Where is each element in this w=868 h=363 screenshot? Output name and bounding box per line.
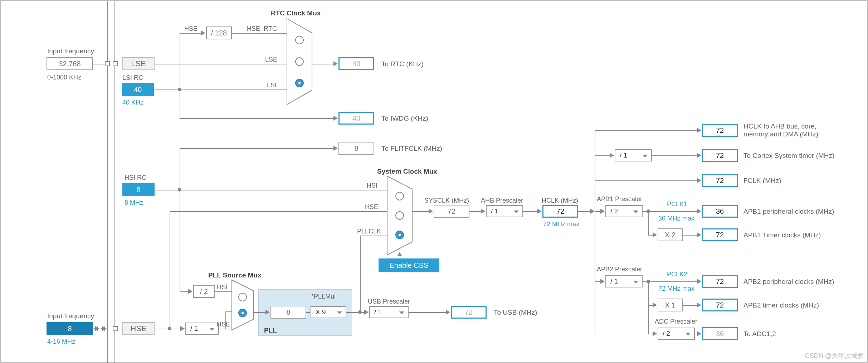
arrow-icon — [590, 209, 595, 214]
input-frequency-label: Input frequency — [47, 47, 94, 55]
pll-mux-title: PLL Source Mux — [208, 271, 262, 279]
usb-prescaler-select[interactable]: / 1 — [369, 306, 409, 318]
value-text: LSE — [131, 59, 146, 68]
wire — [232, 33, 287, 34]
to-adc-label: To ADC1,2 — [743, 330, 776, 338]
hclk-ahb-output: 72 — [702, 124, 738, 137]
pll-multiplier-select[interactable]: X 9 — [311, 306, 346, 318]
pll-input-value: 8 — [270, 306, 306, 319]
apb2-peripheral-label: APB2 peripheral clocks (MHz) — [743, 278, 834, 286]
connector — [113, 61, 118, 66]
arrow-icon — [697, 302, 701, 308]
signal-hse2-label: HSE — [365, 203, 378, 211]
wire — [180, 33, 180, 89]
hclk-label: HCLK (MHz) — [542, 197, 578, 204]
arrow-icon — [188, 289, 192, 294]
lsi-sub-label: 40 KHz — [122, 99, 143, 106]
svg-point-2 — [296, 58, 303, 66]
value-text: 32.768 — [59, 60, 81, 68]
apb2-multiplier: X 1 — [658, 299, 683, 311]
arrow-icon — [481, 209, 485, 214]
value-text: 72 — [716, 151, 724, 160]
pclk2-max-label: 72 MHz max — [658, 285, 694, 292]
pclk1-max-label: 36 MHz max — [658, 215, 694, 222]
arrow-icon — [697, 279, 701, 284]
sysclk-label: SYSCLK (MHz) — [424, 197, 469, 204]
wire — [155, 64, 287, 64]
wire — [643, 211, 700, 212]
hse-prescaler-select[interactable]: / 1 — [185, 323, 219, 335]
apb2-timer-label: APB2 timer clocks (MHz) — [743, 301, 819, 309]
to-usb-label: To USB (MHz) — [494, 309, 537, 316]
value-text: HSE — [130, 324, 146, 333]
hsi-sub-label: 8 MHz — [125, 199, 143, 207]
wire — [360, 236, 361, 312]
pclk2-label: PCLK2 — [667, 271, 687, 278]
arrow-icon — [653, 331, 657, 336]
adc-prescaler-select[interactable]: / 2 — [658, 328, 695, 340]
hsi-rc-label: HSI RC — [125, 174, 146, 182]
svg-point-8 — [241, 311, 244, 314]
arrow-icon — [333, 61, 338, 66]
arrow-icon — [429, 209, 433, 214]
cortex-label: To Cortex System timer (MHz) — [743, 152, 834, 160]
wire — [648, 281, 649, 334]
connector — [105, 61, 110, 66]
hse-div128-box: / 128 — [206, 26, 232, 39]
value-text: 8 — [286, 308, 290, 316]
apb2-peripheral-output: 72 — [702, 275, 738, 288]
hse-frequency-input[interactable]: 8 — [47, 322, 93, 335]
wire — [114, 1, 115, 363]
wire — [180, 148, 336, 149]
input-frequency2-label: Input frequency — [47, 312, 94, 320]
arrow-icon — [697, 153, 701, 158]
enable-css-button[interactable]: Enable CSS — [379, 258, 439, 272]
svg-point-4 — [298, 82, 301, 84]
value-text: 8 — [136, 186, 140, 194]
adc-prescaler-label: ADC Prescaler — [655, 318, 697, 325]
arrow-icon — [446, 310, 450, 315]
arrow-icon — [600, 279, 605, 284]
apb1-prescaler-select[interactable]: / 2 — [605, 205, 643, 217]
arrow-icon — [333, 146, 338, 151]
apb2-prescaler-label: APB2 Prescaler — [597, 266, 642, 273]
hclk-value[interactable]: 72 — [542, 205, 578, 218]
arrow-icon — [697, 128, 701, 133]
value-text: X 9 — [316, 308, 326, 316]
arrow-icon — [94, 326, 98, 331]
lse-block[interactable]: LSE — [122, 57, 155, 70]
cortex-output: 72 — [702, 149, 738, 162]
apb2-prescaler-select[interactable]: / 1 — [605, 275, 643, 287]
to-rtc-label: To RTC (KHz) — [381, 60, 424, 68]
lse-frequency-input[interactable]: 32.768 — [47, 57, 93, 70]
ahb-prescaler-select[interactable]: / 1 — [486, 205, 523, 217]
cortex-prescaler-select[interactable]: / 1 — [615, 149, 652, 161]
hse-block[interactable]: HSE — [122, 322, 155, 335]
pll-source-mux[interactable] — [232, 280, 253, 330]
hsi-block: 8 — [122, 183, 155, 196]
arrow-icon — [364, 310, 369, 315]
hsi-div2-box: / 2 — [193, 285, 215, 298]
svg-point-13 — [398, 233, 401, 236]
fclk-output: 72 — [702, 174, 738, 187]
value-text: 72 — [448, 207, 455, 216]
arrow-icon — [653, 232, 657, 237]
arrow-icon — [537, 209, 542, 214]
value-text: 72 — [556, 207, 564, 216]
watermark: CSDN @大牛攻城狮 — [805, 352, 864, 360]
adc-output: 36 — [702, 327, 738, 340]
signal-pllclk-label: PLLCLK — [357, 228, 381, 235]
wire — [215, 291, 232, 292]
value-text: Enable CSS — [390, 261, 429, 270]
usb-output: 72 — [451, 306, 487, 319]
hclk-max-label: 72 MHz max — [543, 221, 579, 228]
wire — [648, 211, 649, 235]
rtc-clock-mux[interactable] — [287, 19, 312, 105]
system-clock-mux[interactable] — [387, 176, 412, 255]
wire — [312, 64, 336, 64]
hse-range-label: 4-16 MHz — [47, 338, 75, 345]
value-text: / 1 — [374, 308, 382, 316]
apb1-peripheral-output: 36 — [702, 205, 738, 218]
pll-label: PLL — [264, 326, 277, 334]
arrow-icon — [201, 30, 205, 35]
